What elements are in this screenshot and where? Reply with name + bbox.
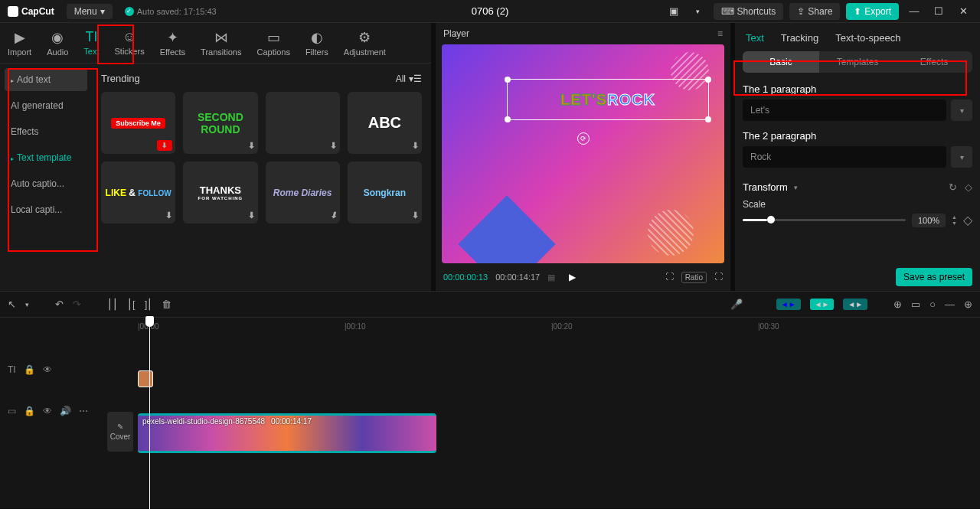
maximize-icon[interactable]: ☐: [929, 2, 948, 21]
transform-header[interactable]: Transform ▾ ↻ ◇: [743, 181, 972, 193]
tab-adjustment[interactable]: ⚙Adjustment: [336, 23, 394, 63]
split-tool[interactable]: ⎮⎮: [107, 299, 118, 310]
paragraph1-dropdown[interactable]: ▾: [951, 100, 972, 121]
download-icon[interactable]: ⬇: [248, 210, 255, 220]
download-icon[interactable]: ⬇: [248, 141, 255, 151]
export-button[interactable]: ⬆ Export: [846, 3, 899, 20]
template-card[interactable]: ABC⬇: [348, 92, 422, 154]
minimize-icon[interactable]: —: [905, 2, 923, 21]
zoom-slider[interactable]: —: [945, 299, 955, 310]
download-icon[interactable]: ⬇: [165, 210, 172, 220]
share-button[interactable]: ⇪ Share: [789, 3, 840, 20]
grid-icon[interactable]: ▦: [547, 272, 555, 282]
tab-tts[interactable]: Text-to-speech: [835, 32, 900, 44]
sidebar-add-text[interactable]: ▸Add text: [5, 68, 87, 91]
layout-icon[interactable]: ▣: [665, 2, 683, 21]
crop-icon[interactable]: ⛶: [665, 272, 674, 283]
chevron-down-icon[interactable]: ▾: [689, 2, 707, 21]
toggle-a[interactable]: ◄►: [776, 299, 801, 310]
tab-tracking[interactable]: Tracking: [781, 32, 818, 44]
download-icon[interactable]: ⬇: [330, 141, 337, 151]
tab-stickers[interactable]: ☺Stickers: [107, 23, 152, 63]
text-clip[interactable]: [138, 370, 153, 387]
sidebar-auto-captions[interactable]: Auto captio...: [5, 172, 87, 195]
eye-icon[interactable]: 👁: [43, 364, 52, 375]
download-icon[interactable]: ⬇: [412, 210, 419, 220]
keyframe-icon[interactable]: ◇: [963, 213, 972, 227]
ratio-button[interactable]: Ratio: [681, 272, 707, 283]
save-preset-button[interactable]: Save as preset: [896, 268, 972, 286]
slider-thumb[interactable]: [767, 216, 775, 224]
template-card[interactable]: LIKE & FOLLOW⬇: [101, 162, 175, 224]
text-selection-box[interactable]: LET'SROCK: [507, 79, 709, 120]
template-card[interactable]: THANKSFOR WATCHING⬇: [183, 162, 257, 224]
player-preview[interactable]: LET'SROCK ⟳: [442, 44, 724, 263]
paragraph1-input[interactable]: [743, 100, 946, 121]
keyframe-icon[interactable]: ◇: [965, 181, 972, 193]
template-card[interactable]: Subscribe Me⬇: [101, 92, 175, 154]
resize-handle[interactable]: [705, 77, 711, 83]
tab-text-props[interactable]: Text: [746, 32, 764, 44]
tab-import[interactable]: ▶Import: [0, 23, 39, 63]
tab-transitions[interactable]: ⋈Transitions: [193, 23, 249, 63]
record-icon[interactable]: ▭: [911, 299, 920, 310]
cover-button[interactable]: ✎ Cover: [107, 412, 133, 452]
menu-button[interactable]: Menu ▾: [67, 4, 113, 19]
filter-all[interactable]: All ▾☰: [396, 73, 422, 84]
video-clip[interactable]: pexels-weldi-studio-design-8675548 00:00…: [138, 413, 436, 453]
scale-slider[interactable]: [743, 219, 906, 221]
mic-icon[interactable]: 🎤: [730, 299, 743, 310]
tab-captions[interactable]: ▭Captions: [249, 23, 297, 63]
subtab-templates[interactable]: Templates: [819, 51, 896, 73]
subtab-effects[interactable]: Effects: [896, 51, 972, 73]
more-icon[interactable]: ⋯: [79, 406, 88, 416]
rotate-icon[interactable]: ⟳: [577, 132, 590, 145]
template-card[interactable]: SECOND ROUND⬇: [183, 92, 257, 154]
zoom-in-icon[interactable]: ⊕: [964, 299, 972, 310]
template-card[interactable]: Songkran⬇: [348, 162, 422, 224]
sidebar-text-template[interactable]: ▸Text template: [5, 146, 87, 169]
template-card[interactable]: ⬇: [266, 92, 340, 154]
close-icon[interactable]: ✕: [954, 2, 972, 21]
tab-filters[interactable]: ◐Filters: [298, 23, 336, 63]
playhead-handle[interactable]: [145, 316, 154, 327]
shortcuts-button[interactable]: ⌨ Shortcuts: [714, 3, 784, 20]
fullscreen-icon[interactable]: ⛶: [714, 272, 723, 283]
redo-button[interactable]: ↷: [73, 299, 81, 310]
timeline-ruler[interactable]: |00:00 |00:10 |00:20 |00:30: [0, 318, 980, 336]
resize-handle[interactable]: [705, 116, 711, 122]
play-button[interactable]: ▶: [569, 272, 576, 282]
trim-right-tool[interactable]: ]⎮: [145, 299, 153, 310]
template-card[interactable]: Rome Diaries⬇: [266, 162, 340, 224]
download-icon[interactable]: ⬇: [412, 141, 419, 151]
delete-tool[interactable]: 🗑: [162, 299, 172, 310]
reset-icon[interactable]: ↻: [949, 181, 957, 193]
cursor-tool[interactable]: ↖: [8, 299, 16, 310]
sidebar-effects[interactable]: Effects: [5, 120, 87, 143]
tab-audio[interactable]: ◉Audio: [39, 23, 76, 63]
playhead[interactable]: [149, 318, 150, 509]
tab-text[interactable]: TIText: [76, 23, 106, 63]
paragraph2-input[interactable]: [743, 146, 946, 168]
download-icon[interactable]: ⬇: [330, 210, 337, 220]
toggle-b[interactable]: ◄►: [810, 299, 835, 310]
sidebar-ai-generated[interactable]: AI generated: [5, 94, 87, 117]
undo-button[interactable]: ↶: [55, 299, 64, 310]
mute-icon[interactable]: 🔊: [60, 406, 71, 416]
lock-icon[interactable]: 🔒: [24, 406, 35, 416]
resize-handle[interactable]: [505, 77, 511, 83]
paragraph2-dropdown[interactable]: ▾: [951, 146, 972, 168]
trim-left-tool[interactable]: ⎮[: [127, 299, 136, 310]
align-icon[interactable]: ⊕: [893, 299, 902, 310]
zoom-out-icon[interactable]: ○: [929, 299, 936, 310]
scale-stepper[interactable]: ▲▼: [952, 214, 957, 226]
toggle-c[interactable]: ◄►: [843, 299, 867, 310]
hamburger-icon[interactable]: ≡: [717, 28, 723, 39]
subtab-basic[interactable]: Basic: [743, 51, 819, 73]
tab-effects[interactable]: ✦Effects: [152, 23, 193, 63]
eye-icon[interactable]: 👁: [43, 406, 52, 416]
lock-icon[interactable]: 🔒: [24, 364, 35, 375]
resize-handle[interactable]: [505, 116, 511, 122]
download-icon[interactable]: ⬇: [157, 140, 172, 151]
sidebar-local-captions[interactable]: Local capti...: [5, 198, 87, 221]
